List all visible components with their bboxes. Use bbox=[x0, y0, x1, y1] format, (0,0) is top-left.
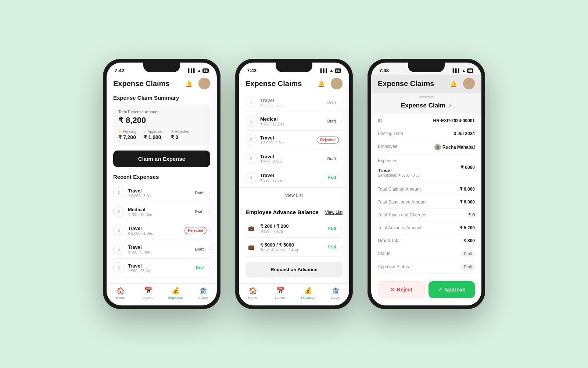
phone2-top-expenses: $ Travel ₹ 6,000 · 3 Jul Draft › $ Medic… bbox=[239, 93, 349, 187]
list-item[interactable]: $ Travel ₹ 500 · 5 Nov Draft › bbox=[113, 240, 210, 259]
advance-amount: ₹ 5000 / ₹ 5000 bbox=[260, 242, 322, 248]
rejected-label: ✕ Rejected bbox=[171, 130, 189, 134]
phone-2: 7:42 ▌▌▌ ▲ 6S Expense Claims 🔔 $ Trav bbox=[235, 59, 353, 309]
detail-employee-row: Employee 👤 Rucha Mahabal bbox=[378, 140, 475, 155]
expense-name: Travel bbox=[260, 98, 321, 103]
expense-sub-amount: ₹ 6000 bbox=[461, 165, 475, 170]
status-time-1: 7:42 bbox=[115, 68, 124, 73]
nav-item-salary[interactable]: 🏦 Salary bbox=[189, 287, 217, 300]
nav-item-home[interactable]: 🏠 Home bbox=[239, 287, 266, 300]
list-item[interactable]: $ Travel ₹ 5,000 · 1 Dec Rejected › bbox=[245, 131, 343, 149]
bell-icon-3[interactable]: 🔔 bbox=[448, 78, 459, 89]
nav-item-leaves[interactable]: 📅 Leaves bbox=[134, 287, 162, 300]
employee-value: Rucha Mahabal bbox=[442, 145, 475, 150]
advance-item[interactable]: 💼 ₹ 5000 / ₹ 5000 Travel Advance · 3 Aug… bbox=[245, 238, 343, 256]
id-value: HR-EXP-2024-00001 bbox=[433, 118, 475, 123]
pending-label: ⚠ Pending bbox=[118, 130, 136, 134]
expense-info: Travel ₹ 6,000 · 3 Jul bbox=[128, 188, 189, 198]
phone2-content: $ Travel ₹ 6,000 · 3 Jul Draft › $ Medic… bbox=[239, 93, 349, 283]
list-item[interactable]: $ Travel ₹ 500 · 23 Jan Paid › bbox=[113, 259, 210, 277]
status-badge: Paid bbox=[325, 174, 339, 181]
nav-label: Salary bbox=[198, 296, 208, 300]
nav-item-home[interactable]: 🏠 Home bbox=[107, 287, 134, 300]
expense-info: Travel ₹ 5,000 · 1 Dec bbox=[260, 135, 313, 145]
list-item[interactable]: $ Medical ₹ 700 · 13 Dec Draft › bbox=[245, 112, 343, 131]
bell-icon-2[interactable]: 🔔 bbox=[315, 78, 327, 89]
nav-item-leaves[interactable]: 📅 Leaves bbox=[266, 287, 294, 300]
phone-1: 7:42 ▌▌▌ ▲ 6E Expense Claims 🔔 Exp bbox=[103, 59, 220, 309]
reject-button[interactable]: ✕ Reject bbox=[378, 281, 425, 298]
grand-total-row: Grand Total ₹ 800 bbox=[378, 234, 475, 247]
status-time-2: 7:42 bbox=[247, 68, 257, 73]
expense-name: Travel bbox=[260, 154, 321, 159]
status-badge: Draft bbox=[192, 246, 207, 252]
avatar-1[interactable] bbox=[198, 78, 210, 89]
external-link-icon[interactable]: ↗ bbox=[448, 103, 452, 109]
expense-info: Travel ₹ 500 · 23 Jan bbox=[260, 173, 322, 183]
wifi-icon-2: ▲ bbox=[330, 68, 333, 72]
network-icon: 6E bbox=[202, 68, 209, 73]
header-icons-1: 🔔 bbox=[183, 78, 210, 89]
claim-expense-button[interactable]: Claim an Expense bbox=[113, 151, 210, 167]
header-icons-2: 🔔 bbox=[315, 78, 343, 89]
total-sanctioned-row: Total Sanctioned Amount ₹ 6,000 bbox=[378, 196, 475, 209]
expense-name: Travel bbox=[128, 263, 189, 269]
avatar-3[interactable] bbox=[463, 78, 475, 89]
advance-view-list[interactable]: View List bbox=[325, 210, 343, 215]
status-badge: Draft bbox=[325, 118, 339, 124]
phone3-scroll: ID HR-EXP-2024-00001 Posting Date 3 Jul … bbox=[371, 114, 481, 277]
header-icons-3: 🔔 bbox=[448, 78, 475, 89]
list-item[interactable]: $ Medical ₹ 700 · 13 Dec Draft › bbox=[113, 202, 210, 221]
approve-button[interactable]: ✓ Approve bbox=[429, 281, 475, 298]
expense-status: Draft › bbox=[325, 99, 343, 106]
advance-item[interactable]: 💼 ₹ 200 / ₹ 200 Travel · 7 Aug Paid › bbox=[245, 219, 343, 238]
list-item[interactable]: $ Travel ₹ 500 · 23 Jan Paid › bbox=[245, 168, 343, 187]
expense-status: Draft › bbox=[325, 118, 343, 124]
nav-item-salary[interactable]: 🏦 Salary bbox=[322, 287, 349, 300]
detail-expenses-section: Expenses Travel Sanctioned: ₹ 6000 · 3 J… bbox=[378, 155, 475, 183]
list-item[interactable]: $ Travel ₹ 6,000 · 3 Jul Draft › bbox=[245, 93, 343, 112]
expense-name: Travel bbox=[260, 135, 313, 141]
request-advance-button[interactable]: Request an Advance bbox=[245, 262, 343, 277]
pull-indicator bbox=[419, 96, 434, 98]
network-icon-3: 6E bbox=[467, 68, 473, 73]
list-item[interactable]: $ Travel ₹ 500 · 5 Nov Draft › bbox=[245, 149, 343, 168]
list-item[interactable]: $ Travel ₹ 6,000 · 3 Jul Draft › bbox=[113, 184, 210, 202]
notch-2 bbox=[276, 63, 312, 72]
status-badge: Draft bbox=[192, 190, 207, 196]
nav-item-expenses[interactable]: 💰 Expenses bbox=[294, 287, 322, 300]
view-list-btn[interactable]: View List bbox=[239, 187, 349, 203]
detail-title-row: Expense Claim ↗ bbox=[371, 100, 481, 114]
total-taxes-value: ₹ 0 bbox=[468, 212, 475, 217]
pending-item: ⚠ Pending ₹ 7,200 bbox=[118, 130, 136, 140]
reject-label: Reject bbox=[397, 287, 412, 293]
total-claimed-row: Total Claimed Amount ₹ 6,000 bbox=[378, 183, 475, 196]
avatar-2[interactable] bbox=[331, 78, 343, 89]
rejected-value: ₹ 0 bbox=[171, 134, 189, 140]
nav-item-expenses[interactable]: 💰 Expenses bbox=[162, 287, 189, 300]
status-icons-1: ▌▌▌ ▲ 6E bbox=[188, 68, 209, 73]
bell-icon-1[interactable]: 🔔 bbox=[183, 78, 195, 89]
app-title-2: Expense Claims bbox=[245, 79, 302, 88]
rejected-item: ✕ Rejected ₹ 0 bbox=[171, 130, 189, 140]
total-taxes-label: Total Taxes and Charges bbox=[378, 212, 426, 217]
pending-dot: ⚠ bbox=[118, 130, 122, 134]
phone-2-screen: 7:42 ▌▌▌ ▲ 6S Expense Claims 🔔 $ Trav bbox=[239, 63, 349, 305]
nav-icon: 💰 bbox=[304, 287, 312, 295]
expense-icon: $ bbox=[113, 206, 124, 217]
status-badge: Draft bbox=[325, 99, 339, 106]
rejected-dot: ✕ bbox=[171, 130, 174, 134]
chevron-right-icon: › bbox=[341, 226, 343, 231]
expense-meta: ₹ 5,000 · 1 Dec bbox=[128, 231, 181, 236]
list-item[interactable]: $ Travel ₹ 5,000 · 1 Dec Rejected › bbox=[113, 221, 210, 240]
recent-label: Recent Expenses bbox=[113, 174, 210, 180]
nav-label: Leaves bbox=[275, 296, 286, 300]
expense-status: Paid › bbox=[193, 265, 210, 271]
chevron-right-icon: › bbox=[209, 228, 210, 233]
expense-info: Travel ₹ 6,000 · 3 Jul bbox=[260, 98, 321, 107]
expense-meta: ₹ 5,000 · 1 Dec bbox=[260, 141, 313, 145]
network-icon-2: 6S bbox=[335, 68, 341, 73]
total-advance-label: Total Advance Amount bbox=[378, 225, 422, 230]
phone-3: 7:43 ▌▌▌ ▲ 6E Expense Claims 🔔 Expense C… bbox=[368, 59, 485, 309]
expense-icon: $ bbox=[245, 134, 257, 145]
